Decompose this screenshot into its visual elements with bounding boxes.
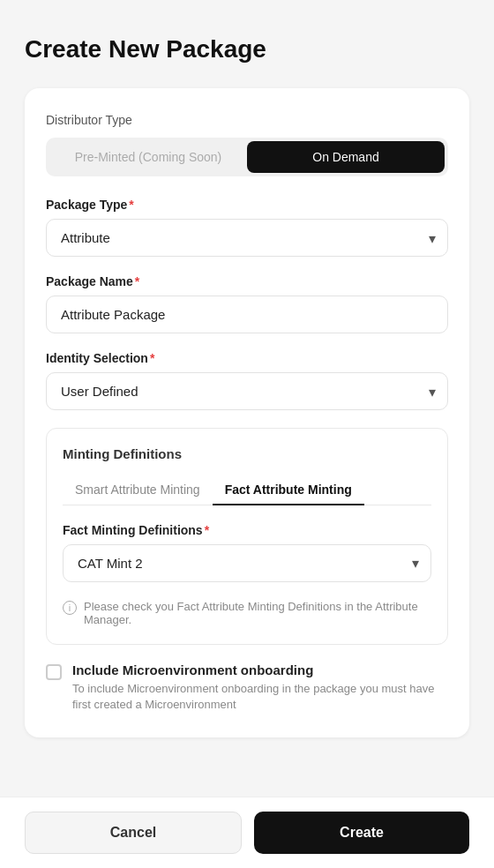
package-type-label: Package Type* [46,198,448,212]
distributor-type-group: Distributor Type Pre-Minted (Coming Soon… [46,113,448,176]
include-microenvironment-text: Include Microenvironment onboarding To i… [72,662,448,713]
package-name-input[interactable] [46,296,448,333]
fact-minting-info-note: i Please check you Fact Attribute Mintin… [63,600,431,626]
distributor-type-label: Distributor Type [46,113,448,127]
include-microenvironment-helper: To include Microenvironment onboarding i… [72,681,448,713]
on-demand-button[interactable]: On Demand [247,141,445,173]
minting-tabs-row: Smart Attribute Minting Fact Attribute M… [63,475,431,505]
identity-selection-group: Identity Selection* User Defined Auto ▾ [46,351,448,410]
identity-selection-label: Identity Selection* [46,351,448,365]
fact-minting-definitions-label: Fact Minting Definitions* [63,523,431,537]
fact-minting-definitions-group: Fact Minting Definitions* CAT Mint 2 Oth… [63,523,431,582]
package-type-select-wrapper: Attribute Standard ▾ [46,219,448,257]
create-button[interactable]: Create [254,812,469,854]
pre-minted-button[interactable]: Pre-Minted (Coming Soon) [49,141,247,173]
include-microenvironment-row: Include Microenvironment onboarding To i… [46,662,448,713]
main-card: Distributor Type Pre-Minted (Coming Soon… [25,88,469,737]
minting-definitions-title: Minting Definitions [63,446,431,461]
fact-minting-select-wrapper: CAT Mint 2 Other ▾ [63,544,431,582]
fact-minting-info-text: Please check you Fact Attribute Minting … [84,600,431,626]
fact-minting-select[interactable]: CAT Mint 2 Other [63,544,431,582]
package-type-select[interactable]: Attribute Standard [46,219,448,257]
distributor-type-toggle: Pre-Minted (Coming Soon) On Demand [46,138,448,176]
footer-bar: Cancel Create [0,797,494,868]
page-title: Create New Package [25,35,469,64]
package-name-group: Package Name* [46,274,448,333]
package-type-group: Package Type* Attribute Standard ▾ [46,198,448,257]
include-microenvironment-label: Include Microenvironment onboarding [72,662,448,677]
minting-definitions-section: Minting Definitions Smart Attribute Mint… [46,428,448,645]
tab-fact-attribute-minting[interactable]: Fact Attribute Minting [213,475,364,505]
identity-selection-select-wrapper: User Defined Auto ▾ [46,372,448,410]
fact-minting-content: Fact Minting Definitions* CAT Mint 2 Oth… [63,523,431,626]
cancel-button[interactable]: Cancel [25,812,242,854]
include-microenvironment-checkbox[interactable] [46,664,62,680]
info-icon: i [63,601,77,615]
package-name-label: Package Name* [46,274,448,288]
identity-selection-select[interactable]: User Defined Auto [46,372,448,410]
tab-smart-attribute-minting[interactable]: Smart Attribute Minting [63,475,213,505]
page-container: Create New Package Distributor Type Pre-… [0,0,494,868]
